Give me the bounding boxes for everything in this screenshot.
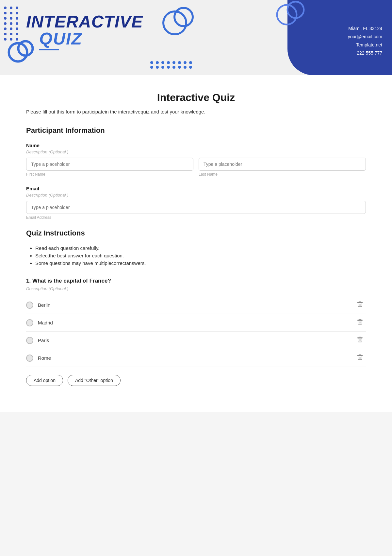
delete-rome-button[interactable] <box>354 353 366 363</box>
radio-paris[interactable] <box>26 337 33 344</box>
instructions-heading: Quiz Instructions <box>26 229 366 237</box>
contact-website: Template.net <box>348 41 382 49</box>
header-dots-decoration <box>4 7 19 41</box>
header-logo: INTERACTIVE QUIZ <box>26 13 143 50</box>
first-name-input[interactable] <box>26 158 193 171</box>
radio-berlin[interactable] <box>26 302 33 309</box>
contact-email: your@email.com <box>348 33 382 41</box>
question-1-description: Description (Optional ) <box>26 286 366 291</box>
option-left-rome: Rome <box>26 355 51 362</box>
add-option-button[interactable]: Add option <box>26 375 63 386</box>
option-left-paris: Paris <box>26 337 49 344</box>
add-options-row: Add option Add "Other" option <box>26 375 366 386</box>
question-1-label: 1. What is the capital of France? <box>26 278 366 284</box>
delete-berlin-button[interactable] <box>354 300 366 310</box>
email-description: Description (Optional ) <box>26 193 366 198</box>
question-1-section: 1. What is the capital of France? Descri… <box>26 278 366 386</box>
contact-phone: 222 555 777 <box>348 49 382 57</box>
email-input-wrap: Email Address <box>26 201 366 220</box>
option-row-berlin: Berlin <box>26 296 366 314</box>
contact-address: Miami, FL 33124 <box>348 25 382 33</box>
last-name-sublabel: Last Name <box>199 172 366 177</box>
instruction-item-3: Some questions may have multiplecorrecta… <box>35 260 366 266</box>
option-text-berlin: Berlin <box>38 302 50 308</box>
name-field-group: Name Description (Optional ) First Name … <box>26 143 366 177</box>
email-input[interactable] <box>26 201 366 214</box>
option-text-paris: Paris <box>38 338 49 343</box>
main-content: Interactive Quiz Please fill out this fo… <box>0 75 392 412</box>
name-label: Name <box>26 143 366 148</box>
center-circles-decoration <box>160 3 196 41</box>
email-field-group: Email Description (Optional ) Email Addr… <box>26 186 366 220</box>
bottom-dots-decoration <box>150 61 193 69</box>
option-row-paris: Paris <box>26 332 366 349</box>
name-description: Description (Optional ) <box>26 149 366 154</box>
header-contact-panel: Miami, FL 33124 your@email.com Template.… <box>287 0 392 75</box>
radio-madrid[interactable] <box>26 319 33 326</box>
title-underline <box>39 49 59 50</box>
title-interactive: INTERACTIVE <box>26 13 143 30</box>
title-quiz: QUIZ <box>26 30 143 47</box>
page-description: Please fill out this form to participate… <box>26 109 366 114</box>
option-text-madrid: Madrid <box>38 320 53 325</box>
instructions-list: Read each question carefully. Selectthe … <box>26 245 366 266</box>
option-text-rome: Rome <box>38 355 51 361</box>
instruction-item-2: Selectthe best answer for each question. <box>35 253 366 258</box>
svg-point-4 <box>277 5 297 25</box>
add-other-option-button[interactable]: Add "Other" option <box>68 375 121 386</box>
delete-madrid-button[interactable] <box>354 317 366 328</box>
participant-section-heading: Participant Information <box>26 126 366 135</box>
instruction-item-1: Read each question carefully. <box>35 245 366 251</box>
first-name-wrap: First Name <box>26 158 193 177</box>
first-name-sublabel: First Name <box>26 172 193 177</box>
page-title: Interactive Quiz <box>26 92 366 104</box>
email-label: Email <box>26 186 366 191</box>
radio-rome[interactable] <box>26 355 33 362</box>
contact-info: Miami, FL 33124 your@email.com Template.… <box>348 25 382 58</box>
delete-paris-button[interactable] <box>354 335 366 346</box>
option-left-madrid: Madrid <box>26 319 53 326</box>
name-field-row: First Name Last Name <box>26 158 366 177</box>
right-panel-circles <box>274 0 307 34</box>
option-row-madrid: Madrid <box>26 314 366 332</box>
email-sublabel: Email Address <box>26 215 366 220</box>
header: INTERACTIVE QUIZ Miami, F <box>0 0 392 75</box>
last-name-wrap: Last Name <box>199 158 366 177</box>
option-left-berlin: Berlin <box>26 302 50 309</box>
instructions-section: Quiz Instructions Read each question car… <box>26 229 366 266</box>
option-row-rome: Rome <box>26 349 366 367</box>
left-circles-decoration <box>7 36 36 67</box>
last-name-input[interactable] <box>199 158 366 171</box>
